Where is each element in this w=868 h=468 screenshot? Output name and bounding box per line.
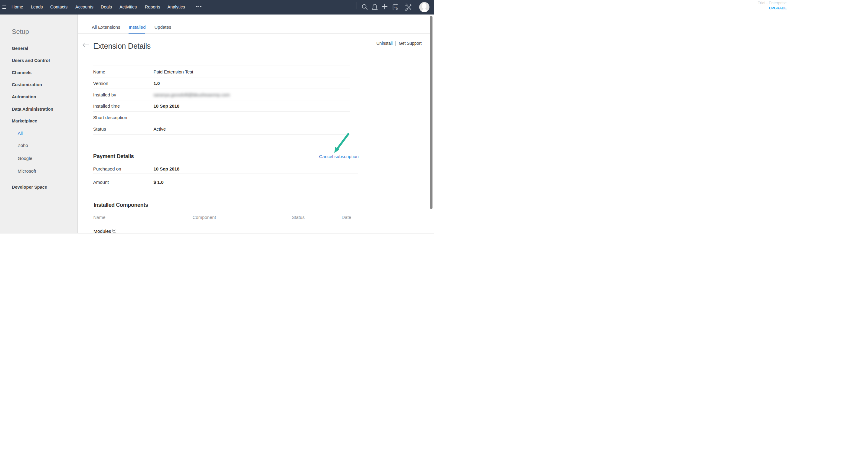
svg-text:31: 31	[394, 6, 397, 9]
